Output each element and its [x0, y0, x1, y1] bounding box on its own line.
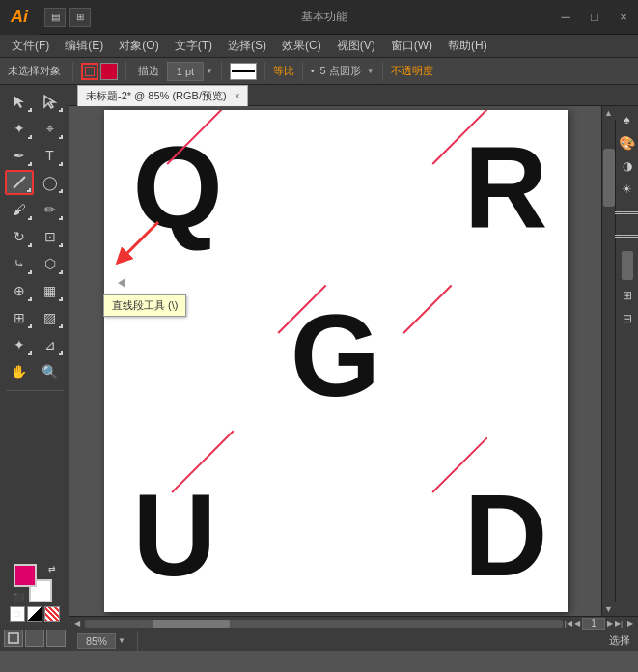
bullet-selector[interactable]: • 5 点圆形 ▼ [311, 64, 374, 78]
horizontal-scrollbar[interactable]: ◀ |◀ ◀ ▶ ▶| ▶ [69, 616, 638, 630]
direct-select-tool[interactable] [36, 89, 65, 114]
icon-panel-toggle[interactable]: ▤ [44, 8, 66, 27]
lasso-icon: ⌖ [46, 121, 54, 137]
last-page-button[interactable]: ▶| [615, 619, 623, 628]
rotate-tool[interactable]: ↻ [5, 224, 34, 249]
menu-object[interactable]: 对象(O) [111, 36, 166, 56]
first-page-button[interactable]: |◀ [565, 619, 572, 628]
scroll-left-button[interactable]: ◀ [71, 618, 83, 630]
mesh-tool[interactable]: ⊞ [5, 305, 34, 330]
measure-tool[interactable]: ⊿ [36, 332, 65, 357]
points-dropdown-arrow: ▼ [367, 67, 374, 75]
menu-file[interactable]: 文件(F) [4, 36, 57, 56]
opacity-label[interactable]: 不透明度 [391, 64, 433, 78]
panel-btn-3[interactable]: ◑ [618, 156, 637, 176]
close-button[interactable]: × [609, 0, 638, 35]
svg-line-0 [14, 177, 25, 188]
back-draw-btn[interactable] [25, 630, 44, 647]
zoom-dropdown-arrow[interactable]: ▼ [118, 636, 125, 645]
gradient-tool[interactable]: ▨ [36, 305, 65, 330]
panel-btn-8[interactable]: ⊟ [618, 309, 637, 328]
letter-D: D [464, 477, 548, 593]
stroke-color-box[interactable] [100, 63, 118, 80]
menu-effect[interactable]: 效果(C) [274, 36, 329, 56]
color-section: ⇄ ⬛ □ [6, 560, 64, 626]
svg-line-3 [122, 222, 158, 259]
menu-select[interactable]: 选择(S) [220, 36, 274, 56]
scroll-right-button[interactable]: ▶ [624, 618, 636, 630]
document-tab[interactable]: 未标题-2* @ 85% (RGB/预览) × [77, 85, 248, 106]
magic-wand-tool[interactable]: ✦ [5, 116, 34, 141]
tooltip-text: 直线段工具 (\) [112, 299, 178, 311]
artboard[interactable]: Q R G U D [104, 110, 568, 612]
symbol-tool[interactable]: ⊕ [5, 278, 34, 303]
h-scroll-thumb[interactable] [153, 620, 230, 628]
fill-box[interactable] [14, 564, 37, 587]
default-colors-button[interactable]: ⬛ [14, 593, 24, 602]
scroll-down-button[interactable]: ▼ [602, 602, 616, 616]
menubar: 文件(F) 编辑(E) 对象(O) 文字(T) 选择(S) 效果(C) 视图(V… [0, 35, 638, 58]
page-number-input[interactable] [582, 618, 605, 630]
type-tool[interactable]: T [36, 143, 65, 168]
minimize-button[interactable]: ─ [551, 0, 580, 35]
normal-draw-btn[interactable] [4, 630, 23, 647]
menu-view[interactable]: 视图(V) [329, 36, 383, 56]
eyedropper-tool[interactable]: ✦ [5, 332, 34, 357]
select-tool[interactable] [5, 89, 34, 114]
panel-btn-2[interactable]: 🎨 [618, 133, 637, 153]
hand-tool[interactable]: ✋ [5, 359, 34, 384]
pencil-tool[interactable]: ✏ [36, 197, 65, 222]
menu-text[interactable]: 文字(T) [167, 36, 220, 56]
tool-divider [6, 390, 64, 391]
transform-tool[interactable]: ⊡ [36, 224, 65, 249]
restore-button[interactable]: □ [580, 0, 609, 35]
gradient-mode-btn[interactable] [27, 606, 42, 622]
panel-btn-6[interactable]: ═══ [618, 226, 637, 245]
lasso-tool[interactable]: ⌖ [36, 116, 65, 141]
normal-mode-btn[interactable]: □ [10, 606, 25, 622]
next-page-button[interactable]: ▶ [607, 619, 613, 628]
right-scroll-thumb[interactable] [622, 251, 633, 280]
status-mode-label[interactable]: 选择 [609, 633, 630, 648]
free-transform-icon: ⬡ [44, 256, 56, 271]
paintbrush-tool[interactable]: 🖌 [5, 197, 34, 222]
pen-tool[interactable]: ✒ [5, 143, 34, 168]
tool-row-7: ⤷ ⬡ [5, 251, 65, 276]
menu-edit[interactable]: 编辑(E) [57, 36, 111, 56]
tab-close-button[interactable]: × [235, 91, 240, 101]
letter-G: G [291, 297, 380, 413]
panel-btn-7[interactable]: ⊞ [618, 286, 637, 305]
ratio-label[interactable]: 等比 [273, 64, 294, 78]
swap-colors-button[interactable]: ⇄ [48, 564, 56, 574]
zoom-input[interactable] [77, 633, 116, 649]
warp-tool[interactable]: ⤷ [5, 251, 34, 276]
stroke-size-input[interactable] [167, 62, 204, 81]
icon-layout[interactable]: ⊞ [69, 8, 91, 27]
control-toolbar: 未选择对象 描边 ▼ 等比 • 5 点圆形 ▼ 不透明度 [0, 58, 638, 85]
ai-logo: Ai [0, 0, 39, 35]
scroll-up-button[interactable]: ▲ [602, 106, 616, 120]
panel-btn-5[interactable]: ═══ [618, 203, 637, 222]
graph-tool[interactable]: ▦ [36, 278, 65, 303]
panel-btn-4[interactable]: ☀ [618, 180, 637, 199]
rotate-icon: ↻ [14, 229, 25, 244]
zoom-tool[interactable]: 🔍 [36, 359, 65, 384]
free-transform-tool[interactable]: ⬡ [36, 251, 65, 276]
stroke-dropdown[interactable]: ▼ [167, 62, 213, 81]
panel-btn-1[interactable]: ♠ [618, 110, 637, 129]
inside-draw-btn[interactable] [46, 630, 66, 647]
canvas-column: 未标题-2* @ 85% (RGB/预览) × Q R G U D [69, 85, 638, 651]
canvas-main[interactable]: Q R G U D [69, 106, 601, 616]
line-tool[interactable] [5, 170, 34, 195]
fill-stroke-selector[interactable] [81, 63, 118, 80]
scroll-thumb[interactable] [603, 149, 615, 207]
menu-help[interactable]: 帮助(H) [440, 36, 495, 56]
prev-page-button[interactable]: ◀ [574, 619, 580, 628]
vertical-scrollbar[interactable]: ▲ ▼ [601, 106, 615, 616]
fill-color-box[interactable] [81, 63, 98, 80]
menu-window[interactable]: 窗口(W) [383, 36, 440, 56]
shape-tool[interactable]: ◯ [36, 170, 65, 195]
none-mode-btn[interactable] [44, 606, 60, 622]
points-label: 5 点圆形 [316, 64, 364, 78]
transform-icon: ⊡ [44, 229, 56, 244]
